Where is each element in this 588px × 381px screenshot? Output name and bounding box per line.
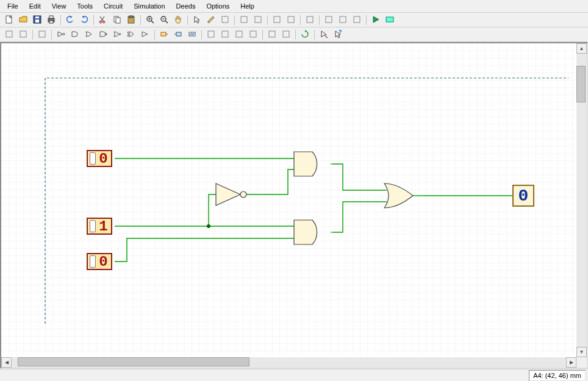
vertical-scrollbar[interactable]: ▲ ▼ [576,43,587,357]
tb2-demux-button[interactable] [279,29,293,41]
tb1-grid-button[interactable] [303,14,317,26]
tb1-open-button[interactable] [16,14,30,26]
menu-edit[interactable]: Edit [24,1,46,11]
tb2-xor-button[interactable] [124,29,138,41]
tb1-zoom-out-button[interactable] [157,14,171,26]
tb1-print-button[interactable] [45,14,58,26]
tb2-bus-button[interactable] [246,29,260,41]
tb1-mode2-button[interactable] [284,14,298,26]
wave1-icon [324,15,334,26]
scroll-up-icon[interactable]: ▲ [576,43,587,54]
tb2-probe-button[interactable] [35,29,49,41]
bus-icon [248,29,258,40]
menu-tools[interactable]: Tools [72,1,98,11]
circuit-canvas[interactable]: 0 1 0 0 [1,43,575,354]
tb2-cursor-button[interactable] [317,29,331,41]
tb2-nand-button[interactable] [96,29,110,41]
input-switch-1[interactable]: 1 [87,218,112,235]
input-value-0: 0 [96,151,111,167]
output-icon [173,29,183,40]
tb2-and-button[interactable] [68,29,82,41]
zoom-in-icon [145,15,155,26]
tb2-buffer-button[interactable] [138,29,152,41]
select-rect-icon [220,15,230,26]
zoom-out-icon [159,15,169,26]
tb2-led-button[interactable] [218,29,232,41]
tb2-input-button[interactable] [157,29,171,41]
menu-view[interactable]: View [47,1,71,11]
tb2-help-button[interactable]: ? [331,29,345,41]
tb2-ic2-button[interactable] [16,29,30,41]
tb1-pan-button[interactable] [171,14,185,26]
input-switch-0[interactable]: 0 [87,150,112,167]
horizontal-scrollbar[interactable]: ◀ ▶ [1,357,576,368]
scroll-left-icon[interactable]: ◀ [1,357,12,368]
menu-help[interactable]: Help [235,1,259,11]
component1-icon [239,15,249,26]
tb1-select-rect-button[interactable] [218,14,232,26]
tb2-display-button[interactable] [204,29,218,41]
tb1-wave1-button[interactable] [322,14,335,26]
toolbar-separator [140,15,141,25]
tb2-output-button[interactable] [171,29,185,41]
svg-rect-25 [307,16,313,23]
svg-rect-38 [176,32,181,36]
tb1-zoom-in-button[interactable] [143,14,157,26]
tb2-or-button[interactable] [82,29,96,41]
tb1-pointer-button[interactable] [190,14,204,26]
toolbar-main [0,13,588,27]
menu-deeds[interactable]: Deeds [171,1,201,11]
tb2-not-button[interactable] [54,29,68,41]
tb2-ic1-button[interactable] [2,29,16,41]
tb1-wave2-button[interactable] [336,14,350,26]
scroll-thumb-v[interactable] [576,66,586,102]
tb1-play-button[interactable] [369,14,382,26]
toolbar-separator [154,30,155,40]
toolbar-separator [32,30,33,40]
pencil-icon [206,15,216,26]
scroll-right-icon[interactable]: ▶ [566,357,576,368]
output-display[interactable]: 0 [512,185,534,207]
input-switch-2[interactable]: 0 [87,253,112,270]
nor-icon [112,29,122,40]
tb1-redo-button[interactable] [77,14,91,26]
tb1-component2-button[interactable] [251,14,265,26]
menu-bar: File Edit View Tools Circuit Simulation … [0,0,588,13]
tb1-wave3-button[interactable] [350,14,364,26]
pan-icon [173,15,183,26]
tb1-cut-button[interactable] [96,14,110,26]
svg-rect-24 [288,16,294,23]
tb1-paste-button[interactable] [124,14,138,26]
tb1-copy-button[interactable] [110,14,124,26]
svg-rect-26 [326,16,332,23]
toggle-icon [90,152,96,165]
led-icon [220,29,230,40]
tb2-clock-button[interactable] [185,29,199,41]
toolbar-separator [366,15,367,25]
scroll-down-icon[interactable]: ▼ [576,347,587,357]
menu-file[interactable]: File [2,1,23,11]
tb1-pencil-button[interactable] [204,14,218,26]
tb1-component1-button[interactable] [237,14,251,26]
menu-options[interactable]: Options [201,1,234,11]
toolbar-separator [201,30,202,40]
tb2-segment-button[interactable] [232,29,246,41]
svg-rect-45 [269,31,275,37]
tb2-mux-button[interactable] [265,29,279,41]
tb2-refresh-button[interactable] [298,29,312,41]
tb1-mode1-button[interactable] [270,14,284,26]
and-icon [70,29,80,40]
tb1-save-button[interactable] [30,14,44,26]
tb1-new-button[interactable] [2,14,16,26]
tb1-undo-button[interactable] [63,14,77,26]
tb1-animate-button[interactable] [383,14,396,26]
workspace: 0 1 0 0 ▲ ▼ ◀ ▶ [0,42,588,369]
scroll-thumb-h[interactable] [18,357,249,366]
svg-point-49 [207,224,210,228]
tb2-nor-button[interactable] [110,29,124,41]
toolbar-separator [314,30,315,40]
svg-rect-41 [208,31,214,37]
save-icon [32,15,42,26]
menu-simulation[interactable]: Simulation [129,1,170,11]
menu-circuit[interactable]: Circuit [99,1,127,11]
